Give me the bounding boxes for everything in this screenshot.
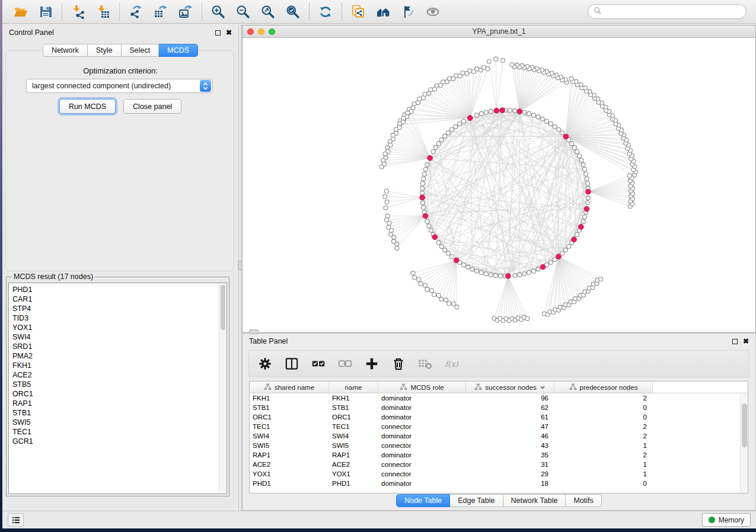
sort-chevron-icon [540,384,546,391]
zoom-out-icon[interactable] [235,4,251,20]
table-row[interactable]: ORC1ORC1dominator610 [250,412,748,422]
table-cell: dominator [378,480,466,487]
mcds-result-item[interactable]: RAP1 [9,399,227,408]
export-table-icon[interactable] [152,4,169,20]
tab-node-table[interactable]: Node Table [396,494,450,507]
home-icon[interactable] [375,4,391,20]
table-cell: 18 [466,480,554,487]
column-header-predecessor-nodes[interactable]: predecessor nodes [554,382,653,393]
graphics-details-icon[interactable] [400,4,416,20]
mcds-result-item[interactable]: ACE2 [9,370,227,380]
table-scrollbar[interactable] [740,394,748,493]
mcds-result-list[interactable]: PHD1CAR1STP4TID3YOX1SWI4SRD1PMA2FKH1ACE2… [8,283,227,494]
memory-button[interactable]: Memory [702,513,751,527]
close-table-panel-icon[interactable]: ✖ [743,338,749,345]
optimization-criterion-select[interactable]: largest connected component (undirected) [26,79,213,93]
settings-gear-icon[interactable] [257,356,273,371]
column-layout-icon[interactable] [284,356,299,371]
add-column-icon[interactable] [364,356,379,371]
table-row[interactable]: SWI4SWI4dominator462 [250,431,748,441]
table-cell: 29 [466,470,554,477]
show-hide-icon[interactable] [425,4,441,20]
mcds-result-item[interactable]: SWI4 [9,332,227,342]
mcds-result-item[interactable]: CAR1 [9,294,227,304]
zoom-fit-icon[interactable] [260,4,276,20]
hierarchy-icon [569,383,577,392]
column-header-name[interactable]: name [329,382,378,393]
header-filler [653,382,748,393]
zoom-selected-icon[interactable] [285,4,301,20]
table-cell: 35 [466,451,554,459]
table-row[interactable]: RAP1RAP1dominator352 [250,450,748,460]
mcds-result-item[interactable]: STB5 [9,380,227,389]
zoom-in-icon[interactable] [210,4,227,20]
table-row[interactable]: FKH1FKH1dominator962 [250,393,748,403]
open-in-web-icon[interactable] [350,4,366,20]
column-header-successor-nodes[interactable]: successor nodes [466,382,554,393]
mcds-result-item[interactable]: SWI5 [9,418,227,427]
run-mcds-button[interactable]: Run MCDS [59,99,116,114]
mcds-list-scrollbar-thumb[interactable] [221,285,225,330]
export-image-icon[interactable] [177,4,194,20]
tab-network[interactable]: Network [43,44,88,57]
search-icon [594,7,602,17]
tab-network-table[interactable]: Network Table [503,494,566,507]
mcds-result-item[interactable]: SRD1 [9,342,227,351]
table-panel-title: Table Panel [249,337,288,345]
mcds-result-item[interactable]: GCR1 [9,437,227,446]
import-table-icon[interactable] [95,4,111,20]
column-header-shared-name[interactable]: shared name [250,382,329,393]
mcds-list-scrollbar[interactable] [219,284,226,493]
table-row[interactable]: TEC1TEC1connector472 [250,422,748,431]
optimization-criterion-label: Optimization criterion: [2,66,238,75]
search-input[interactable] [605,8,741,16]
node-table[interactable]: shared namenameMCDS rolesuccessor nodesp… [249,381,748,493]
search-field[interactable] [588,4,747,19]
table-row[interactable]: ACE2ACE2connector311 [250,460,748,469]
node-table-header: shared namenameMCDS rolesuccessor nodesp… [250,382,748,393]
close-panel-icon[interactable]: ✖ [226,29,232,36]
import-network-icon[interactable] [70,4,87,20]
open-file-icon[interactable] [12,4,29,20]
table-cell: SWI5 [250,442,329,449]
mcds-result-item[interactable]: YOX1 [9,323,227,332]
table-row[interactable]: SWI5SWI5connector431 [250,441,748,450]
tab-select[interactable]: Select [122,44,160,57]
mcds-result-item[interactable]: STP4 [9,304,227,313]
float-table-panel-icon[interactable] [732,339,738,344]
table-cell: ORC1 [250,414,329,421]
mcds-result-item[interactable]: TID3 [9,313,227,323]
task-history-button[interactable] [8,513,24,527]
delete-column-icon[interactable] [391,356,406,371]
horizontal-split-handle[interactable] [249,329,259,334]
mcds-result-item[interactable]: FKH1 [9,361,227,370]
select-all-icon[interactable] [311,356,326,371]
table-cell: connector [378,442,466,449]
mcds-result-item[interactable]: PHD1 [9,283,227,294]
export-network-icon[interactable] [127,4,144,20]
mcds-result-item[interactable]: TEC1 [9,427,227,437]
save-session-icon[interactable] [37,4,54,20]
table-cell: STB1 [329,404,378,411]
float-panel-icon[interactable] [215,30,221,36]
mcds-result-item[interactable]: ORC1 [9,389,227,399]
mcds-result-item[interactable]: PMA2 [9,351,227,361]
column-header-MCDS-role[interactable]: MCDS role [378,382,466,393]
close-panel-button[interactable]: Close panel [123,99,181,114]
table-cell: FKH1 [329,395,378,402]
mcds-result-item[interactable]: STB1 [9,408,227,418]
tab-motifs[interactable]: Motifs [566,494,601,507]
tab-style[interactable]: Style [88,44,122,57]
refresh-network-icon[interactable] [317,4,334,20]
table-cell: ACE2 [329,461,378,468]
tab-edge-table[interactable]: Edge Table [450,494,503,507]
table-row[interactable]: PHD1PHD1dominator180 [250,479,748,488]
toolbar-group [62,3,119,21]
deselect-all-icon[interactable] [337,356,353,371]
network-canvas[interactable] [243,38,755,332]
table-scrollbar-thumb[interactable] [742,403,747,447]
table-row[interactable]: STB1STB1dominator620 [250,403,748,412]
network-graph[interactable] [243,38,755,332]
tab-mcds[interactable]: MCDS [159,44,198,57]
table-row[interactable]: YOX1YOX1connector291 [250,469,748,479]
